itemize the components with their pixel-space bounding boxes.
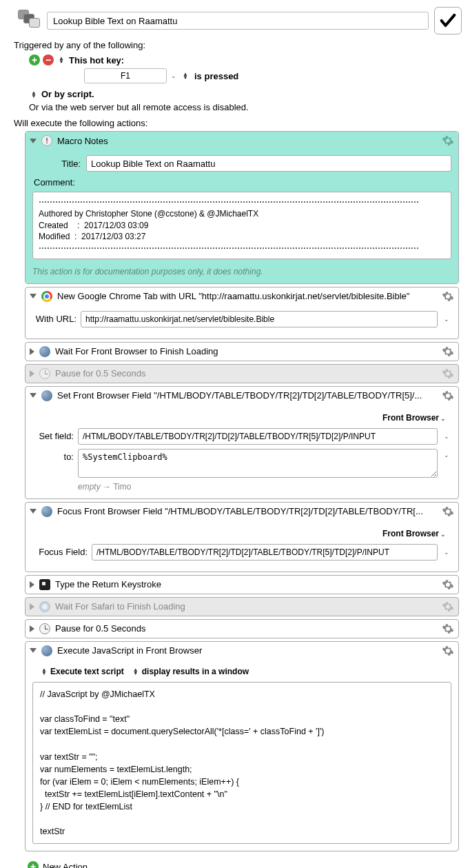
gear-icon[interactable]: [442, 390, 454, 402]
chevron-down-icon[interactable]: ⌄: [440, 531, 446, 538]
globe-icon: [41, 390, 52, 401]
javascript-code-area[interactable]: // JavaScript by @JMichaelTX var classTo…: [32, 682, 451, 845]
disclosure-icon[interactable]: [30, 603, 34, 610]
display-results-option: display results in a window: [142, 667, 249, 676]
pressed-stepper[interactable]: ▲▼: [182, 72, 189, 79]
note-icon: !: [41, 135, 52, 146]
action-wait-browser[interactable]: Wait For Front Browser to Finish Loading: [25, 342, 459, 361]
add-action-button[interactable]: +: [28, 861, 39, 868]
empty-hint: empty → Timo: [32, 478, 451, 492]
safari-icon: [39, 601, 50, 612]
url-input[interactable]: [81, 311, 438, 327]
new-action-label: New Action: [43, 862, 88, 868]
disclosure-icon[interactable]: [30, 581, 34, 588]
notes-title-input[interactable]: [86, 155, 451, 172]
add-trigger-button[interactable]: +: [29, 54, 40, 65]
actions-heading: Will execute the following actions:: [1, 118, 469, 128]
action-set-field[interactable]: Set Front Browser Field "/HTML/BODY/TABL…: [25, 386, 459, 499]
action-title: Pause for 0.5 Seconds: [55, 368, 438, 379]
field-dropdown-icon[interactable]: ⌄: [442, 549, 451, 556]
action-focus-field[interactable]: Focus Front Browser Field "/HTML/BODY/TA…: [25, 502, 459, 572]
set-field-input[interactable]: [78, 428, 438, 445]
trigger-type-stepper[interactable]: ▲▼: [58, 57, 65, 63]
display-results-stepper[interactable]: ▲▼: [132, 668, 139, 675]
hotkey-label: This hot key:: [69, 55, 124, 65]
action-title: Execute JavaScript in Front Browser: [57, 645, 438, 656]
macro-icon: [17, 8, 41, 33]
clock-icon: [39, 368, 50, 379]
action-title: Set Front Browser Field "/HTML/BODY/TABL…: [57, 390, 438, 401]
pressed-label: is pressed: [194, 71, 238, 81]
set-field-label: Set field:: [32, 431, 74, 441]
disclosure-icon[interactable]: [30, 625, 34, 632]
disclosure-icon[interactable]: [30, 348, 34, 355]
action-title: Focus Front Browser Field "/HTML/BODY/TA…: [57, 506, 438, 516]
globe-icon: [39, 346, 50, 357]
gear-icon[interactable]: [442, 505, 454, 518]
to-label: to:: [32, 449, 74, 462]
front-browser-label[interactable]: Front Browser: [382, 529, 439, 538]
field-dropdown-icon[interactable]: ⌄: [442, 433, 451, 440]
action-pause-2[interactable]: Pause for 0.5 Seconds: [25, 619, 459, 638]
disclosure-icon[interactable]: [30, 648, 37, 653]
disclosure-icon[interactable]: [30, 509, 37, 514]
action-pause-1[interactable]: Pause for 0.5 Seconds: [25, 364, 459, 383]
action-title: Wait For Front Browser to Finish Loading: [55, 346, 438, 356]
disclosure-icon[interactable]: [30, 294, 37, 299]
disclosure-icon[interactable]: [30, 370, 34, 377]
action-title: Type the Return Keystroke: [55, 579, 438, 589]
clock-icon: [39, 623, 50, 634]
macro-title-input[interactable]: [47, 12, 429, 30]
action-type-return[interactable]: Type the Return Keystroke: [25, 575, 459, 594]
hotkey-input[interactable]: F1: [84, 68, 167, 83]
webserver-text: Or via the web server but all remote acc…: [1, 102, 469, 112]
notes-comment-textarea[interactable]: ⋯⋯⋯⋯⋯⋯⋯⋯⋯⋯⋯⋯⋯⋯⋯⋯⋯⋯⋯⋯⋯⋯⋯⋯⋯⋯⋯⋯⋯⋯⋯⋯⋯⋯⋯⋯⋯⋯⋯⋯…: [32, 192, 451, 259]
focus-field-input[interactable]: [92, 544, 438, 561]
chrome-icon: [41, 291, 52, 302]
gear-icon[interactable]: [442, 134, 454, 147]
script-stepper[interactable]: ▲▼: [30, 91, 37, 98]
gear-icon[interactable]: [442, 600, 454, 613]
to-dropdown-icon[interactable]: ⌄: [442, 449, 451, 458]
keyboard-icon: [39, 579, 50, 590]
action-chrome-tab[interactable]: New Google Chrome Tab with URL "http://r…: [25, 287, 459, 339]
hotkey-dropdown-icon[interactable]: ⌄: [171, 72, 176, 79]
gear-icon[interactable]: [442, 345, 454, 358]
globe-icon: [41, 645, 52, 656]
execute-script-option: Execute text script: [50, 667, 124, 676]
gear-icon[interactable]: [442, 578, 454, 591]
focus-field-label: Focus Field:: [32, 547, 88, 557]
action-macro-notes[interactable]: ! Macro Notes Title: Comment: ⋯⋯⋯⋯⋯⋯⋯⋯⋯⋯…: [25, 131, 459, 284]
action-title: New Google Chrome Tab with URL "http://r…: [57, 291, 438, 301]
front-browser-label[interactable]: Front Browser: [382, 413, 439, 423]
gear-icon[interactable]: [442, 290, 454, 303]
url-dropdown-icon[interactable]: ⌄: [442, 316, 451, 323]
action-wait-safari[interactable]: Wait For Safari to Finish Loading: [25, 597, 459, 616]
chevron-down-icon[interactable]: ⌄: [440, 415, 446, 422]
disclosure-icon[interactable]: [30, 139, 37, 143]
action-title: Wait For Safari to Finish Loading: [55, 601, 438, 612]
title-label: Title:: [32, 159, 81, 169]
remove-trigger-button[interactable]: −: [43, 54, 54, 65]
gear-icon[interactable]: [442, 367, 454, 380]
comment-label: Comment:: [32, 177, 451, 188]
gear-icon[interactable]: [442, 623, 454, 635]
action-title: Macro Notes: [57, 136, 438, 146]
script-source-stepper[interactable]: ▲▼: [41, 668, 48, 675]
notes-footer: This action is for documentation purpose…: [32, 267, 451, 276]
action-execute-js[interactable]: Execute JavaScript in Front Browser ▲▼Ex…: [25, 641, 459, 852]
gear-icon[interactable]: [442, 645, 454, 657]
globe-icon: [41, 506, 52, 517]
disclosure-icon[interactable]: [30, 393, 37, 398]
action-title: Pause for 0.5 Seconds: [55, 623, 438, 634]
triggers-heading: Triggered by any of the following:: [1, 39, 469, 54]
to-value-input[interactable]: %SystemClipboard%: [78, 449, 438, 478]
url-label: With URL:: [32, 314, 76, 324]
enabled-checkbox[interactable]: [434, 7, 462, 34]
script-label: Or by script.: [41, 89, 94, 99]
